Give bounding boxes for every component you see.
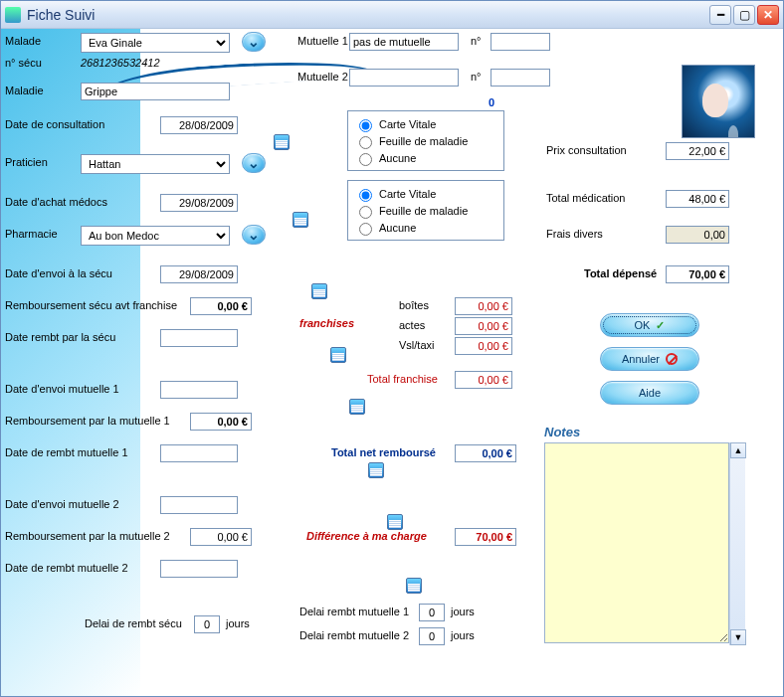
frais-input[interactable]	[666, 226, 729, 244]
form: Malade Eva Ginale ⌄ n° sécu 268123653241…	[1, 29, 783, 696]
date-achat-label: Date d'achat médocs	[5, 196, 107, 208]
mut1-no-input[interactable]	[490, 33, 550, 51]
malade-lookup-button[interactable]: ⌄	[242, 32, 266, 52]
ok-button[interactable]: OK ✓	[600, 313, 699, 337]
delai-secu-label: Delai de rembt sécu	[85, 617, 182, 629]
mut2-no-label: n°	[471, 71, 482, 83]
pharmacie-lookup-button[interactable]: ⌄	[242, 225, 266, 245]
delai-mut1-label: Delai rembt mutuelle 1	[299, 606, 409, 617]
fr-boites-input[interactable]	[455, 297, 512, 315]
date-rembt-mut1-input[interactable]	[160, 444, 238, 462]
calendar-icon[interactable]	[349, 399, 365, 415]
remb-mut2-input[interactable]	[190, 528, 252, 546]
depense-input[interactable]	[666, 265, 729, 283]
date-achat-input[interactable]	[160, 194, 238, 212]
titlebar: Fiche Suivi ━ ▢ ✕	[1, 1, 783, 29]
fr-total-input[interactable]	[455, 371, 512, 389]
g1-carte-vitale-radio[interactable]	[359, 119, 372, 132]
remb-mut1-label: Remboursement par la mutuelle 1	[5, 415, 170, 427]
g2-opt2-label: Feuille de maladie	[379, 205, 468, 217]
total-net-label: Total net remboursé	[331, 446, 436, 458]
maladie-label: Maladie	[5, 85, 44, 96]
delai-mut1-input[interactable]	[419, 604, 445, 621]
date-consult-input[interactable]	[160, 116, 238, 134]
medic-input[interactable]	[666, 190, 729, 208]
malade-label: Malade	[5, 35, 41, 47]
calendar-icon[interactable]	[406, 578, 422, 594]
date-rembt-secu-label: Date rembt par la sécu	[5, 331, 115, 343]
delai-secu-unit: jours	[226, 617, 250, 629]
date-rembt-mut2-input[interactable]	[160, 560, 238, 578]
maximize-button[interactable]: ▢	[733, 5, 755, 25]
praticien-select[interactable]: Hattan	[81, 154, 230, 174]
g1-aucune-radio[interactable]	[359, 153, 372, 166]
window: Fiche Suivi ━ ▢ ✕ Malade Eva Ginale ⌄ n°…	[0, 0, 784, 697]
medic-label: Total médication	[546, 192, 626, 204]
remb-secu-input[interactable]	[190, 297, 252, 315]
calendar-icon[interactable]	[330, 347, 346, 363]
remb-mut1-input[interactable]	[190, 413, 252, 431]
date-envoi-secu-input[interactable]	[160, 265, 238, 283]
fr-boites-label: boîtes	[399, 299, 429, 311]
calendar-icon[interactable]	[368, 462, 384, 478]
date-consult-label: Date de consultation	[5, 118, 104, 130]
maladie-input[interactable]	[81, 83, 230, 100]
remb-mut2-label: Remboursement par la mutuelle 2	[5, 530, 170, 542]
close-button[interactable]: ✕	[757, 5, 779, 25]
mut1-no-label: n°	[471, 35, 482, 47]
fr-actes-input[interactable]	[455, 317, 512, 335]
scroll-up-icon[interactable]: ▲	[730, 442, 746, 458]
date-envoi-mut1-label: Date d'envoi mutuelle 1	[5, 383, 119, 395]
g2-carte-vitale-radio[interactable]	[359, 189, 372, 202]
minimize-button[interactable]: ━	[709, 5, 731, 25]
annuler-button[interactable]: Annuler	[600, 347, 699, 371]
notes-textarea[interactable]	[544, 442, 729, 643]
prix-label: Prix consultation	[546, 144, 627, 156]
notes-scrollbar[interactable]: ▲ ▼	[729, 442, 745, 645]
total-net-input[interactable]	[455, 444, 516, 462]
g1-opt3-label: Aucune	[379, 152, 416, 164]
g1-feuille-radio[interactable]	[359, 136, 372, 149]
delai-secu-input[interactable]	[194, 615, 220, 633]
depense-label: Total dépensé	[584, 267, 657, 279]
date-envoi-mut1-input[interactable]	[160, 381, 238, 399]
mut1-input[interactable]	[349, 33, 459, 51]
secu-label: n° sécu	[5, 57, 42, 69]
notes-title: Notes	[544, 425, 580, 439]
scroll-down-icon[interactable]: ▼	[730, 629, 746, 645]
fr-total-label: Total franchise	[367, 373, 438, 385]
g2-aucune-radio[interactable]	[359, 223, 372, 236]
fr-vsl-label: Vsl/taxi	[399, 339, 434, 351]
forbid-icon	[666, 353, 678, 365]
g2-feuille-radio[interactable]	[359, 206, 372, 219]
calendar-icon[interactable]	[387, 514, 403, 530]
pharmacie-label: Pharmacie	[5, 228, 58, 240]
calendar-icon[interactable]	[293, 212, 308, 228]
mut2-label: Mutuelle 2	[297, 71, 348, 83]
diff-charge-input[interactable]	[455, 528, 516, 546]
date-rembt-mut2-label: Date de rembt mutuelle 2	[5, 562, 128, 574]
doc-type-group-2: Carte Vitale Feuille de maladie Aucune	[347, 180, 504, 241]
window-title: Fiche Suivi	[27, 7, 707, 23]
fr-vsl-input[interactable]	[455, 337, 512, 355]
delai-mut2-input[interactable]	[419, 627, 445, 645]
praticien-lookup-button[interactable]: ⌄	[242, 153, 266, 173]
mut1-label: Mutuelle 1	[297, 35, 348, 47]
malade-select[interactable]: Eva Ginale	[81, 33, 230, 53]
mut2-input[interactable]	[349, 69, 459, 87]
secu-value: 2681236532412	[81, 57, 160, 69]
delai-mut2-label: Delai rembt mutuelle 2	[299, 629, 409, 641]
delai-mut2-unit: jours	[451, 629, 475, 641]
aide-button[interactable]: Aide	[600, 381, 699, 405]
pharmacie-select[interactable]: Au bon Medoc	[81, 226, 230, 246]
date-envoi-mut2-input[interactable]	[160, 496, 238, 514]
franchises-section-label: franchises	[299, 317, 354, 329]
calendar-icon[interactable]	[311, 283, 327, 299]
date-rembt-secu-input[interactable]	[160, 329, 238, 347]
annuler-label: Annuler	[622, 353, 660, 365]
mut2-no-input[interactable]	[490, 69, 550, 87]
date-envoi-mut2-label: Date d'envoi mutuelle 2	[5, 498, 119, 510]
calendar-icon[interactable]	[274, 134, 290, 150]
doc-type-group-1: Carte Vitale Feuille de maladie Aucune	[347, 110, 504, 171]
prix-input[interactable]	[666, 142, 729, 160]
